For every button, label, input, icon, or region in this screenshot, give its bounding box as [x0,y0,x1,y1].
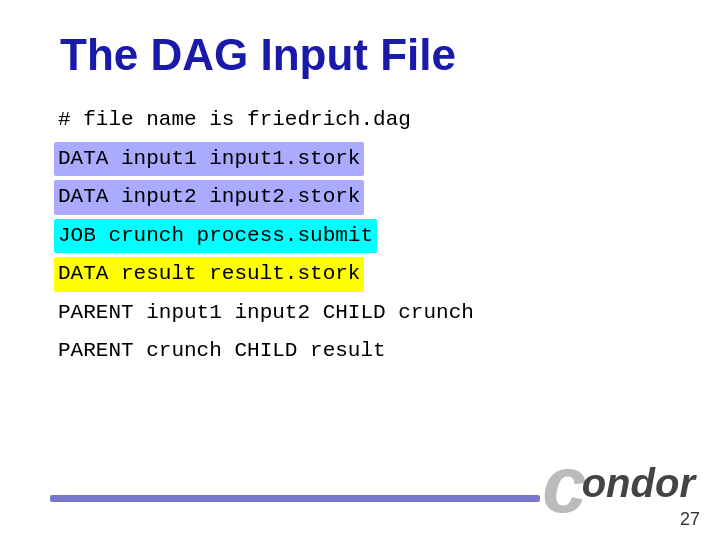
code-line-data1: DATA input1 input1.stork [50,141,670,178]
code-line-parent1: PARENT input1 input2 CHILD crunch [50,295,670,332]
condor-c-letter: c [542,445,587,525]
condor-logo: c ondor [542,445,695,525]
code-text-data1: DATA input1 input1.stork [54,142,364,177]
bottom-bar [50,495,540,502]
code-line-parent2: PARENT crunch CHILD result [50,333,670,370]
code-text-job: JOB crunch process.submit [54,219,377,254]
code-line-data2: DATA input2 input2.stork [50,179,670,216]
code-text-comment: # file name is friedrich.dag [54,103,415,138]
code-block: # file name is friedrich.dag DATA input1… [50,102,670,370]
code-line-comment: # file name is friedrich.dag [50,102,670,139]
slide: The DAG Input File # file name is friedr… [0,0,720,540]
code-line-data3: DATA result result.stork [50,256,670,293]
code-text-data3: DATA result result.stork [54,257,364,292]
condor-ondor-text: ondor [582,463,695,508]
code-text-parent2: PARENT crunch CHILD result [54,334,390,369]
code-text-parent1: PARENT input1 input2 CHILD crunch [54,296,478,331]
code-line-job: JOB crunch process.submit [50,218,670,255]
slide-title: The DAG Input File [60,30,670,80]
code-text-data2: DATA input2 input2.stork [54,180,364,215]
page-number: 27 [680,509,700,530]
